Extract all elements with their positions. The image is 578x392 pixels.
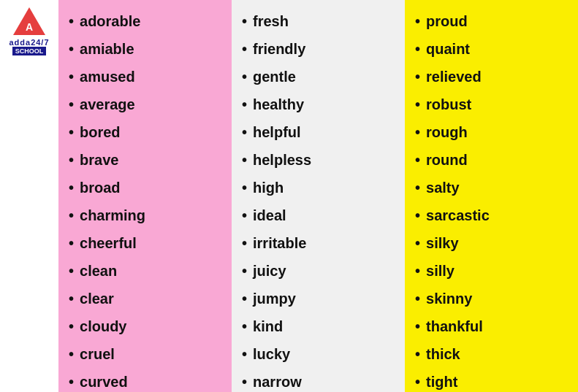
list-item: amused [69, 63, 221, 91]
column-white: freshfriendlygentlehealthyhelpfulhelples… [232, 0, 405, 392]
list-item: kind [242, 312, 395, 340]
list-item: broad [69, 174, 221, 201]
logo-text: adda24/7 [9, 38, 49, 47]
column-pink: adorableamiableamusedaverageboredbravebr… [58, 0, 232, 392]
list-item: juicy [242, 257, 395, 285]
list-item: amiable [69, 35, 221, 63]
logo-box: A adda24/7 SCHOOL [9, 6, 49, 55]
list-item: gentle [242, 63, 395, 91]
list-item: adorable [69, 7, 221, 35]
list-item: friendly [242, 35, 395, 63]
list-item: sarcastic [415, 201, 568, 229]
list-yellow: proudquaintrelievedrobustroughroundsalty… [415, 7, 568, 392]
list-white: freshfriendlygentlehealthyhelpfulhelples… [242, 7, 395, 392]
list-item: curved [69, 368, 221, 392]
word-columns: adorableamiableamusedaverageboredbravebr… [58, 0, 578, 392]
list-item: clear [69, 285, 221, 312]
list-item: brave [69, 146, 221, 174]
list-item: quaint [415, 35, 568, 63]
list-item: salty [415, 174, 568, 201]
list-item: cheerful [69, 229, 221, 257]
list-item: healthy [242, 91, 395, 118]
list-item: helpless [242, 146, 395, 174]
list-pink: adorableamiableamusedaverageboredbravebr… [69, 7, 221, 392]
list-item: bored [69, 118, 221, 146]
list-item: robust [415, 91, 568, 118]
list-item: high [242, 174, 395, 201]
list-item: thick [415, 340, 568, 368]
list-item: helpful [242, 118, 395, 146]
list-item: skinny [415, 285, 568, 312]
list-item: clean [69, 257, 221, 285]
list-item: round [415, 146, 568, 174]
list-item: ideal [242, 201, 395, 229]
logo-area: A adda24/7 SCHOOL [0, 0, 58, 392]
list-item: fresh [242, 7, 395, 35]
column-yellow: proudquaintrelievedrobustroughroundsalty… [405, 0, 578, 392]
list-item: thankful [415, 312, 568, 340]
list-item: silky [415, 229, 568, 257]
logo-icon: A [12, 6, 47, 36]
list-item: narrow [242, 368, 395, 392]
list-item: average [69, 91, 221, 118]
list-item: cloudy [69, 312, 221, 340]
list-item: relieved [415, 63, 568, 91]
list-item: rough [415, 118, 568, 146]
list-item: irritable [242, 229, 395, 257]
logo-school: SCHOOL [12, 47, 47, 55]
list-item: tight [415, 368, 568, 392]
svg-text:A: A [26, 21, 33, 33]
list-item: charming [69, 201, 221, 229]
list-item: silly [415, 257, 568, 285]
list-item: lucky [242, 340, 395, 368]
list-item: jumpy [242, 285, 395, 312]
list-item: proud [415, 7, 568, 35]
list-item: cruel [69, 340, 221, 368]
